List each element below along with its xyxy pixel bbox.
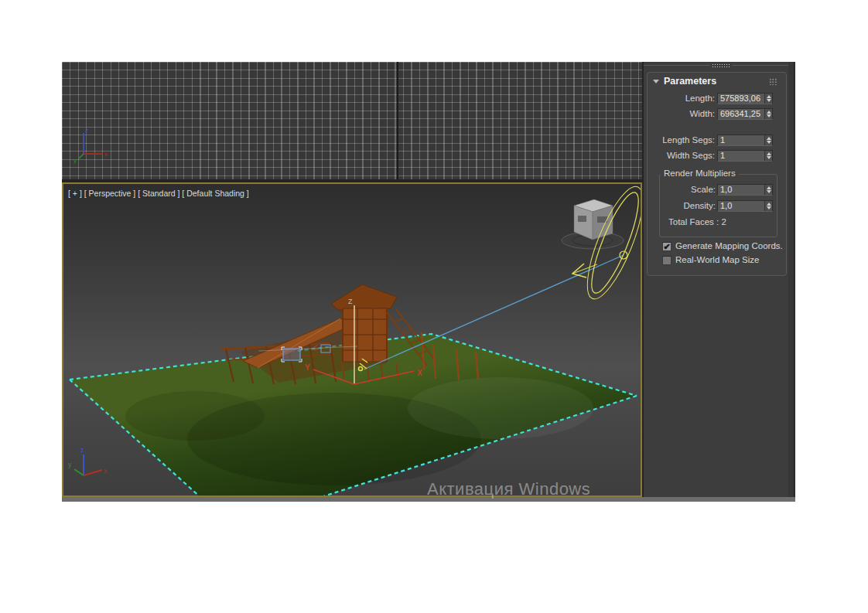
page: z x y xyxy=(0,0,868,613)
generate-mapping-coords-label[interactable]: Generate Mapping Coords. xyxy=(675,241,783,250)
generate-mapping-coords-checkbox[interactable]: ✔ xyxy=(662,242,672,251)
axis-y-label: y xyxy=(73,157,77,164)
total-faces-label: Total Faces : 2 xyxy=(668,217,726,226)
density-value[interactable]: 1,0 xyxy=(720,201,764,211)
density-spinner[interactable]: 1,0 xyxy=(717,200,773,212)
parameters-rollout-header[interactable]: Parameters xyxy=(648,73,786,89)
scale-spinner[interactable]: 1,0 xyxy=(717,184,773,196)
tripod-y-label: y xyxy=(68,461,72,468)
density-label: Density: xyxy=(683,201,716,210)
rollout-collapse-icon xyxy=(653,80,659,83)
perspective-viewport[interactable]: Z Y X xyxy=(62,182,642,497)
real-world-map-size-checkbox[interactable]: ✔ xyxy=(662,256,672,265)
command-panel: Parameters Length: 575893,06 Width: 6963… xyxy=(644,62,795,497)
rollout-title: Parameters xyxy=(664,76,716,87)
windows-activation-watermark: Активация Windows xyxy=(427,479,590,499)
length-label: Length: xyxy=(685,94,715,103)
axis-x-label: x xyxy=(104,151,108,158)
length-spinner[interactable]: 575893,06 xyxy=(717,93,773,104)
tripod-z-label: z xyxy=(80,446,84,454)
length-value[interactable]: 575893,06 xyxy=(720,94,764,104)
panel-drag-grip[interactable] xyxy=(710,63,732,68)
gizmo-x-label: X xyxy=(417,369,422,377)
tripod-x-label: x xyxy=(104,467,108,475)
max-app-region: z x y xyxy=(62,62,795,502)
width-label: Width: xyxy=(689,109,715,118)
grip-dots-icon xyxy=(712,63,730,67)
axis-z-label: z xyxy=(85,127,88,134)
width-segs-label: Width Segs: xyxy=(667,151,715,160)
scale-value[interactable]: 1,0 xyxy=(720,185,764,195)
grid-origin-line xyxy=(397,62,398,179)
spinner-arrows-icon[interactable] xyxy=(764,185,772,195)
viewport-label[interactable]: [ + ] [ Perspective ] [ Standard ] [ Def… xyxy=(68,189,249,198)
panel-right-edge xyxy=(788,62,795,497)
render-multipliers-title: Render Multipliers xyxy=(661,169,739,178)
spinner-arrows-icon[interactable] xyxy=(764,135,772,145)
width-segs-value[interactable]: 1 xyxy=(720,151,764,161)
top-viewport-axis-tripod: z x y xyxy=(73,125,119,168)
scale-label: Scale: xyxy=(691,185,716,194)
spinner-arrows-icon[interactable] xyxy=(764,109,772,119)
top-viewport[interactable]: z x y xyxy=(62,62,642,179)
length-segs-label: Length Segs: xyxy=(662,135,715,145)
gizmo-z-label: Z xyxy=(348,298,353,305)
spinner-arrows-icon[interactable] xyxy=(764,151,772,161)
length-segs-value[interactable]: 1 xyxy=(720,135,764,145)
spinner-arrows-icon[interactable] xyxy=(764,94,772,104)
real-world-map-size-label[interactable]: Real-World Map Size xyxy=(675,255,759,264)
gizmo-y-label: Y xyxy=(305,363,310,372)
length-segs-spinner[interactable]: 1 xyxy=(717,135,773,146)
check-icon: ✔ xyxy=(663,243,671,250)
width-spinner[interactable]: 696341,25 xyxy=(717,108,773,120)
width-value[interactable]: 696341,25 xyxy=(720,109,764,119)
spinner-arrows-icon[interactable] xyxy=(764,201,772,211)
width-segs-spinner[interactable]: 1 xyxy=(717,150,773,162)
rollout-grip-dots-icon[interactable] xyxy=(769,78,777,85)
scene-svg: Z Y X xyxy=(63,184,641,496)
